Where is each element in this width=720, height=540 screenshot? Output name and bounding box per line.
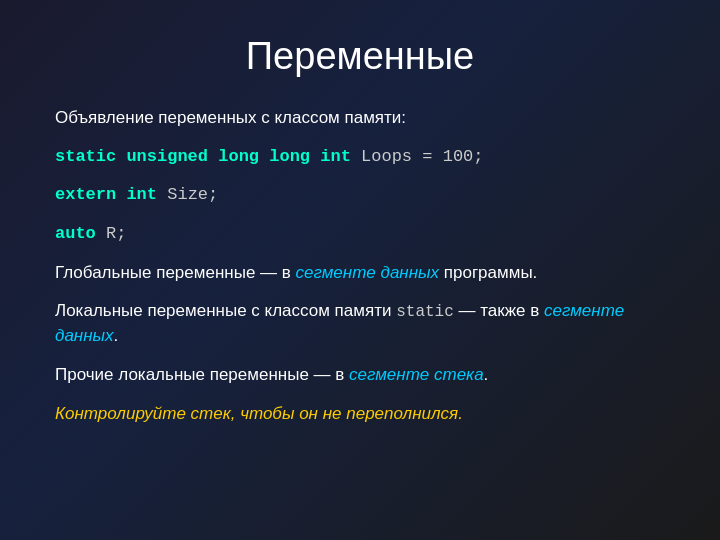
code1-rest: Loops = 100; xyxy=(351,147,484,166)
para3: Прочие локальные переменные — в сегменте… xyxy=(55,363,665,388)
para1-highlight: сегменте данных xyxy=(296,263,440,282)
para2-middle: — также в xyxy=(454,301,544,320)
code-line-3: auto R; xyxy=(55,222,665,247)
para2: Локальные переменные с классом памяти st… xyxy=(55,299,665,349)
code-line-2: extern int Size; xyxy=(55,183,665,208)
code-line-1: static unsigned long long int Loops = 10… xyxy=(55,145,665,170)
keyword-static: static unsigned long long int xyxy=(55,147,351,166)
para2-before: Локальные переменные с классом памяти xyxy=(55,301,396,320)
para1-before: Глобальные переменные — в xyxy=(55,263,296,282)
keyword-int: int xyxy=(116,185,157,204)
keyword-auto: auto xyxy=(55,224,96,243)
para3-after: . xyxy=(484,365,489,384)
para2-after: . xyxy=(114,326,119,345)
para3-highlight: сегменте стека xyxy=(349,365,484,384)
page-title: Переменные xyxy=(55,35,665,78)
para2-code: static xyxy=(396,303,454,321)
intro-text: Объявление переменных с классом памяти: xyxy=(55,106,665,131)
slide: Переменные Объявление переменных с класс… xyxy=(0,0,720,540)
warning-text: Контролируйте стек, чтобы он не переполн… xyxy=(55,402,665,427)
para1-after: программы. xyxy=(439,263,537,282)
code3-rest: R; xyxy=(96,224,127,243)
keyword-extern: extern xyxy=(55,185,116,204)
code2-rest: Size; xyxy=(157,185,218,204)
content-area: Объявление переменных с классом памяти: … xyxy=(55,106,665,426)
para3-before: Прочие локальные переменные — в xyxy=(55,365,349,384)
para1: Глобальные переменные — в сегменте данны… xyxy=(55,261,665,286)
